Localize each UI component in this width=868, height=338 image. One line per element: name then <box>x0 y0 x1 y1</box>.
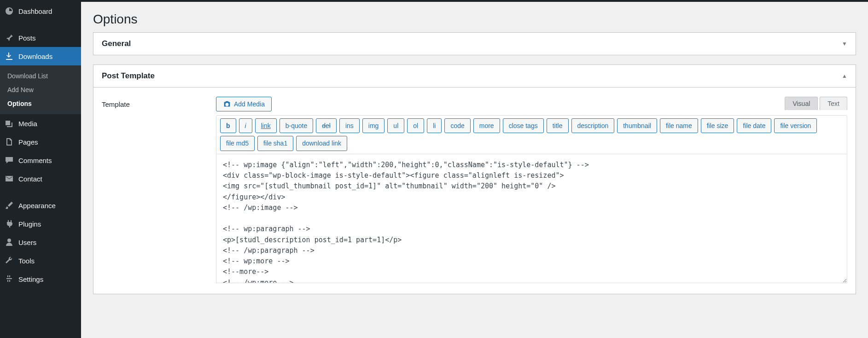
menu-label: Media <box>18 120 37 128</box>
mail-icon <box>5 174 14 183</box>
qt-file-version[interactable]: file version <box>774 118 817 133</box>
menu-downloads[interactable]: Downloads <box>0 47 81 65</box>
submenu-add-new[interactable]: Add New <box>0 83 81 97</box>
qt-ul[interactable]: ul <box>387 118 404 133</box>
menu-label: Contact <box>18 175 42 183</box>
media-icon <box>5 119 14 128</box>
chevron-up-icon: ▲ <box>842 73 847 79</box>
submenu-options[interactable]: Options <box>0 97 81 111</box>
camera-icon <box>223 100 231 108</box>
chevron-down-icon: ▼ <box>842 41 847 47</box>
panel-general: General ▼ <box>93 32 856 55</box>
menu-label: Plugins <box>18 220 41 228</box>
wrench-icon <box>5 256 14 265</box>
pages-icon <box>5 137 14 146</box>
quicktags-toolbar: b i link b-quote del ins img ul ol li co… <box>216 115 847 154</box>
download-icon <box>5 52 14 61</box>
menu-label: Tools <box>18 257 35 265</box>
user-icon <box>5 238 14 247</box>
menu-comments[interactable]: Comments <box>0 151 81 169</box>
qt-bold[interactable]: b <box>220 118 236 133</box>
qt-file-md5[interactable]: file md5 <box>220 136 255 151</box>
panel-title: Post Template <box>102 71 155 81</box>
menu-settings[interactable]: Settings <box>0 270 81 288</box>
qt-download-link[interactable]: download link <box>296 136 347 151</box>
qt-ins[interactable]: ins <box>339 118 360 133</box>
page-title: Options <box>93 6 856 32</box>
qt-code[interactable]: code <box>444 118 470 133</box>
qt-more[interactable]: more <box>473 118 500 133</box>
comment-icon <box>5 156 14 165</box>
pin-icon <box>5 33 14 42</box>
menu-posts[interactable]: Posts <box>0 29 81 47</box>
qt-del[interactable]: del <box>316 118 337 133</box>
qt-italic[interactable]: i <box>239 118 252 133</box>
menu-dashboard[interactable]: Dashboard <box>0 2 81 20</box>
panel-title: General <box>102 39 131 48</box>
menu-label: Dashboard <box>18 7 52 15</box>
main-content: Options General ▼ Post Template ▲ Templa… <box>81 2 868 338</box>
settings-icon <box>5 274 14 284</box>
brush-icon <box>5 201 14 210</box>
qt-li[interactable]: li <box>427 118 442 133</box>
admin-sidebar: Dashboard Posts Downloads Download List … <box>0 0 81 338</box>
tab-visual[interactable]: Visual <box>785 97 818 110</box>
qt-description[interactable]: description <box>571 118 615 133</box>
tab-text[interactable]: Text <box>820 97 847 110</box>
template-textarea[interactable] <box>216 154 847 283</box>
field-label-template: Template <box>102 97 216 285</box>
menu-label: Downloads <box>18 52 52 60</box>
qt-bquote[interactable]: b-quote <box>280 118 313 133</box>
add-media-label: Add Media <box>234 100 265 108</box>
menu-users[interactable]: Users <box>0 233 81 251</box>
menu-label: Posts <box>18 34 36 42</box>
qt-file-sha1[interactable]: file sha1 <box>257 136 293 151</box>
submenu-downloads: Download List Add New Options <box>0 65 81 114</box>
qt-thumbnail[interactable]: thumbnail <box>617 118 657 133</box>
menu-label: Comments <box>18 157 52 164</box>
menu-label: Users <box>18 239 36 246</box>
qt-img[interactable]: img <box>362 118 385 133</box>
plug-icon <box>5 219 14 228</box>
menu-plugins[interactable]: Plugins <box>0 215 81 233</box>
menu-label: Pages <box>18 138 38 146</box>
menu-tools[interactable]: Tools <box>0 251 81 270</box>
qt-file-name[interactable]: file name <box>660 118 698 133</box>
panel-general-header[interactable]: General ▼ <box>93 33 856 55</box>
dashboard-icon <box>5 6 14 16</box>
panel-template-header[interactable]: Post Template ▲ <box>93 65 856 87</box>
qt-link[interactable]: link <box>255 118 277 133</box>
qt-title[interactable]: title <box>547 118 569 133</box>
menu-appearance[interactable]: Appearance <box>0 196 81 215</box>
qt-file-date[interactable]: file date <box>737 118 771 133</box>
panel-post-template: Post Template ▲ Template Add Media Visua… <box>93 64 856 294</box>
qt-file-size[interactable]: file size <box>701 118 734 133</box>
menu-contact[interactable]: Contact <box>0 169 81 188</box>
menu-media[interactable]: Media <box>0 114 81 133</box>
submenu-download-list[interactable]: Download List <box>0 69 81 83</box>
menu-label: Settings <box>18 275 43 283</box>
qt-ol[interactable]: ol <box>407 118 424 133</box>
menu-label: Appearance <box>18 202 56 210</box>
add-media-button[interactable]: Add Media <box>216 97 272 111</box>
qt-close-tags[interactable]: close tags <box>503 118 544 133</box>
menu-pages[interactable]: Pages <box>0 133 81 151</box>
